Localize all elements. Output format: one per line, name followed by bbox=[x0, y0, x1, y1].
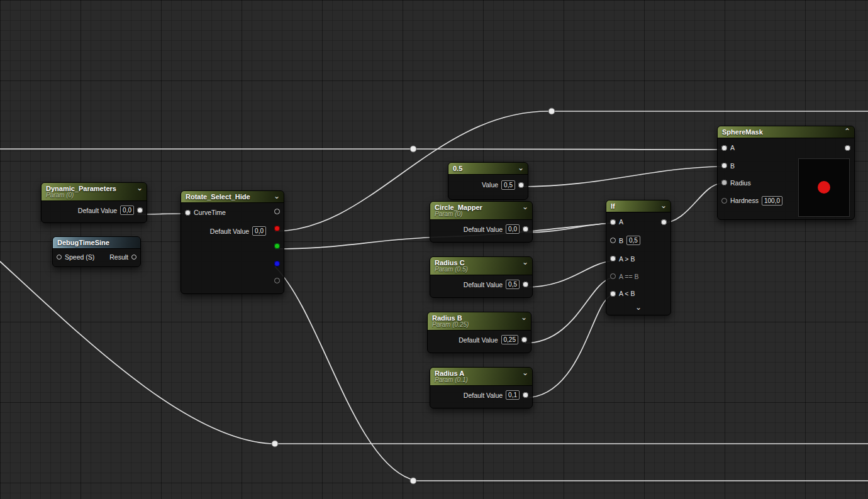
node-header[interactable]: SphereMask ⌃ bbox=[718, 126, 854, 138]
wire-radiusC-to-agtb[interactable] bbox=[525, 261, 611, 287]
chevron-down-icon[interactable]: ⌄ bbox=[522, 202, 528, 211]
reroute-node[interactable] bbox=[548, 108, 555, 114]
node-radius-c[interactable]: Radius C Param (0.5) ⌄ Default Value 0,5 bbox=[430, 256, 533, 298]
if-altb-label: A < B bbox=[619, 290, 635, 297]
node-rotate-select-hide[interactable]: Rotate_Select_Hide ⌄ CurveTime Default V… bbox=[181, 190, 284, 294]
if-output-pin[interactable] bbox=[661, 219, 667, 225]
alpha-output-pin[interactable] bbox=[274, 278, 280, 283]
rgba-output-pin[interactable] bbox=[274, 209, 280, 214]
green-output-pin[interactable] bbox=[274, 243, 280, 249]
value-input[interactable]: 0,5 bbox=[501, 180, 515, 190]
output-pin[interactable] bbox=[521, 337, 527, 343]
chevron-down-icon[interactable]: ⌄ bbox=[522, 368, 528, 377]
default-value-input[interactable]: 0,0 bbox=[120, 206, 134, 215]
node-title: SphereMask bbox=[722, 128, 850, 136]
graph-canvas[interactable]: Dynamic_Parameters Param (0) ⌄ Default V… bbox=[0, 0, 868, 499]
if-a-label: A bbox=[619, 218, 623, 226]
spheremask-hardness-input-pin[interactable] bbox=[721, 198, 727, 204]
chevron-down-icon[interactable]: ⌄ bbox=[136, 184, 143, 192]
if-b-input-pin[interactable] bbox=[610, 238, 616, 243]
blue-output-pin[interactable] bbox=[274, 261, 280, 266]
node-header[interactable]: Radius A Param (0.1) ⌄ bbox=[430, 368, 532, 386]
default-value-label: Default Value bbox=[210, 228, 249, 235]
default-value-input[interactable]: 0,0 bbox=[506, 224, 520, 234]
wire-radiusA-to-altb[interactable] bbox=[525, 295, 611, 398]
default-value-label: Default Value bbox=[464, 226, 503, 233]
spheremask-a-input-pin[interactable] bbox=[721, 145, 727, 151]
if-b-value-input[interactable]: 0,5 bbox=[626, 236, 640, 245]
node-subtitle: Param (0) bbox=[46, 192, 142, 199]
output-pin[interactable] bbox=[523, 392, 528, 398]
default-value-input[interactable]: 0,1 bbox=[506, 390, 520, 400]
speed-input-pin[interactable] bbox=[57, 255, 62, 260]
node-if[interactable]: If ⌄ A B 0,5 A > B A == B bbox=[606, 200, 671, 315]
result-label: Result bbox=[109, 253, 128, 261]
node-header[interactable]: Circle_Mapper Param (0) ⌄ bbox=[430, 202, 532, 220]
default-value-input[interactable]: 0,25 bbox=[501, 335, 518, 344]
wire-a-line[interactable] bbox=[0, 149, 722, 150]
node-header[interactable]: Radius C Param (0.5) ⌄ bbox=[430, 257, 532, 275]
output-pin[interactable] bbox=[518, 182, 524, 188]
output-pin[interactable] bbox=[137, 207, 143, 213]
expand-chevron-icon[interactable]: ⌄ bbox=[635, 303, 642, 312]
node-subtitle: Param (0.1) bbox=[435, 376, 528, 383]
node-constant-05[interactable]: 0.5 ⌄ Value 0,5 bbox=[448, 162, 528, 200]
speed-label: Speed (S) bbox=[65, 253, 94, 261]
curvetime-input-pin[interactable] bbox=[185, 210, 191, 216]
node-sphere-mask[interactable]: SphereMask ⌃ A B Radius Hardness 100,0 bbox=[717, 126, 855, 220]
spheremask-radius-label: Radius bbox=[730, 179, 751, 187]
chevron-up-icon[interactable]: ⌃ bbox=[844, 127, 850, 136]
output-pin[interactable] bbox=[523, 282, 528, 287]
node-header[interactable]: 0.5 ⌄ bbox=[448, 163, 528, 175]
output-pin[interactable] bbox=[523, 226, 528, 232]
node-title: Rotate_Select_Hide bbox=[186, 193, 279, 200]
default-value-label: Default Value bbox=[459, 336, 498, 344]
node-circle-mapper[interactable]: Circle_Mapper Param (0) ⌄ Default Value … bbox=[430, 201, 533, 243]
if-aeqb-input-pin[interactable] bbox=[610, 273, 616, 279]
result-output-pin[interactable] bbox=[131, 255, 136, 260]
default-value-label: Default Value bbox=[78, 207, 117, 214]
curvetime-label: CurveTime bbox=[194, 209, 226, 216]
node-header[interactable]: Radius B Param (0.25) ⌄ bbox=[428, 312, 531, 331]
chevron-down-icon[interactable]: ⌄ bbox=[522, 258, 528, 266]
spheremask-hardness-label: Hardness bbox=[730, 197, 759, 204]
spheremask-b-label: B bbox=[730, 162, 735, 170]
if-altb-input-pin[interactable] bbox=[610, 291, 616, 297]
spheremask-b-input-pin[interactable] bbox=[721, 163, 727, 168]
default-value-input[interactable]: 0,0 bbox=[252, 226, 266, 236]
if-agtb-input-pin[interactable] bbox=[610, 256, 616, 261]
spheremask-a-label: A bbox=[730, 144, 735, 151]
node-title: If bbox=[611, 202, 666, 210]
chevron-down-icon[interactable]: ⌄ bbox=[518, 163, 524, 172]
reroute-node[interactable] bbox=[410, 146, 416, 152]
node-dynamic-parameters[interactable]: Dynamic_Parameters Param (0) ⌄ Default V… bbox=[41, 182, 147, 223]
default-value-input[interactable]: 0,5 bbox=[506, 280, 520, 289]
node-title: 0.5 bbox=[453, 165, 523, 172]
red-output-pin[interactable] bbox=[274, 226, 280, 231]
spheremask-output-pin[interactable] bbox=[845, 145, 850, 151]
node-header[interactable]: Rotate_Select_Hide ⌄ bbox=[181, 191, 284, 203]
spheremask-radius-input-pin[interactable] bbox=[721, 180, 727, 185]
chevron-down-icon[interactable]: ⌄ bbox=[660, 201, 667, 210]
node-header[interactable]: If ⌄ bbox=[606, 200, 670, 212]
node-header[interactable]: Dynamic_Parameters Param (0) ⌄ bbox=[42, 183, 147, 201]
sphere-mask-preview-dot bbox=[818, 181, 830, 194]
node-header[interactable]: DebugTimeSine bbox=[53, 237, 140, 249]
chevron-down-icon[interactable]: ⌄ bbox=[274, 192, 280, 200]
if-a-input-pin[interactable] bbox=[610, 219, 616, 225]
default-value-label: Default Value bbox=[464, 281, 503, 288]
node-radius-b[interactable]: Radius B Param (0.25) ⌄ Default Value 0,… bbox=[427, 312, 531, 353]
node-debug-time-sine[interactable]: DebugTimeSine Speed (S) Result bbox=[52, 236, 141, 267]
wire-blue-channel[interactable] bbox=[275, 266, 868, 481]
spheremask-hardness-input[interactable]: 100,0 bbox=[762, 196, 782, 206]
reroute-node[interactable] bbox=[410, 478, 416, 484]
node-radius-a[interactable]: Radius A Param (0.1) ⌄ Default Value 0,1 bbox=[430, 367, 533, 409]
if-b-label: B bbox=[619, 237, 623, 244]
node-preview-thumbnail bbox=[798, 158, 850, 217]
chevron-down-icon[interactable]: ⌄ bbox=[521, 313, 527, 322]
reroute-node[interactable] bbox=[272, 441, 278, 447]
wire-const-to-sphereB[interactable] bbox=[520, 167, 721, 187]
default-value-label: Default Value bbox=[464, 392, 503, 399]
node-title: DebugTimeSine bbox=[57, 239, 136, 246]
wire-radiusB-to-aeqb[interactable] bbox=[525, 278, 611, 343]
